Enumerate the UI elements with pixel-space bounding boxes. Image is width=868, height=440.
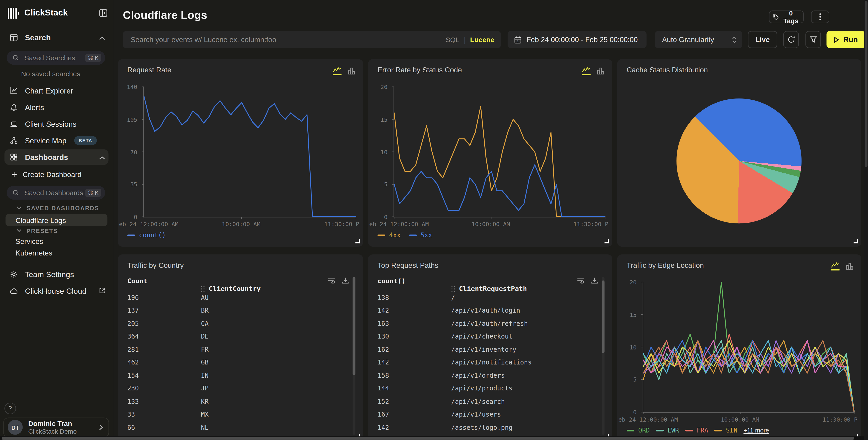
legend-item[interactable]: 5xx [409,231,432,239]
table-scrollbar[interactable] [353,277,355,435]
legend-item[interactable]: count() [127,231,166,239]
date-range-picker[interactable]: 1 Feb 24 00:00:00 - Feb 25 00:00:00 [507,31,646,48]
legend-more-link[interactable]: +11 more [743,427,769,434]
collapse-sidebar-button[interactable] [99,9,107,17]
cell-count: 154 [127,372,139,379]
table-scrollbar[interactable] [602,277,604,435]
saved-dashboards-input[interactable] [23,189,85,197]
bar-chart-toggle[interactable] [597,67,604,77]
scrollbar-thumb[interactable] [2,437,854,440]
cell-value: GB [201,359,209,366]
help-button[interactable]: ? [4,402,16,414]
chart-legend: 4xx5xx [377,231,432,239]
live-button[interactable]: Live [748,31,777,48]
table-row: 230JP [127,382,334,395]
sql-toggle[interactable]: SQL [445,36,460,43]
sidebar-item-dashboards[interactable]: Dashboards [4,149,108,165]
table-row: 196AU [127,291,334,304]
y-tick-label: 10 [380,148,388,155]
table-header: count() ClientRequestPath [377,277,583,287]
x-axis-labels: eb 24 12:00:00 AM 10:00:00 AM 11:30:00 P [643,416,854,423]
column-header[interactable]: Count [127,277,147,285]
create-dashboard-button[interactable]: Create Dashboard [4,168,108,181]
y-tick-label: 20 [380,83,388,90]
search-icon [13,188,19,198]
line-chart-toggle[interactable] [582,67,591,75]
saved-dashboards-section[interactable]: SAVED DASHBOARDS [17,205,99,211]
tags-button[interactable]: 0 Tags [769,10,804,23]
download-icon[interactable] [342,277,349,284]
sidebar-item-label: Alerts [25,103,44,111]
sidebar-item-cloudflare-logs[interactable]: Cloudflare Logs [5,214,107,226]
granularity-select[interactable]: Auto Granularity [655,31,742,48]
cell-count: 281 [127,346,139,353]
bar-chart-toggle[interactable] [846,262,854,272]
sidebar-item-label: Dashboards [25,153,68,161]
sidebar-item-services[interactable]: Services [16,237,43,245]
y-tick-label: 15 [380,116,388,123]
sidebar-item-service-map[interactable]: Service Map BETA [4,133,108,148]
vertical-scrollbar[interactable] [864,0,868,440]
sidebar: ClickStack Search ⌘ K No saved searches … [0,0,114,440]
legend-label: ORD [638,426,650,434]
pie-chart[interactable] [677,99,802,224]
cell-value: /api/v1/notifications [451,359,532,366]
legend-item[interactable]: EWR [656,426,679,434]
sidebar-item-team-settings[interactable]: Team Settings [4,267,108,282]
cell-count: 462 [127,359,139,366]
line-chart-toggle[interactable] [831,262,840,270]
y-tick-label: 15 [629,311,637,318]
legend-item[interactable]: 4xx [377,231,401,239]
sidebar-item-client-sessions[interactable]: Client Sessions [4,116,108,132]
filter-button[interactable] [805,31,821,48]
y-tick-label: 140 [127,83,137,90]
saved-searches-search[interactable]: ⌘ K [7,51,105,65]
panel-error-rate: Error Rate by Status Code 05101520 eb 24… [368,59,612,247]
cell-count: 167 [377,410,389,418]
presets-section[interactable]: PRESETS [17,227,58,234]
wrap-text-icon[interactable] [577,277,585,284]
panel-resize-handle[interactable] [604,239,609,243]
panel-top-request-paths: Top Request Paths count() ClientRequestP… [368,255,612,440]
table-row: 163/api/v1/auth/refresh [377,317,583,330]
saved-dashboards-search[interactable]: ⌘ K [7,186,105,200]
line-chart-plot [643,282,854,413]
chevron-up-icon [99,33,105,42]
panel-resize-handle[interactable] [355,239,360,243]
panel-resize-handle[interactable] [854,239,858,243]
scrollbar-thumb[interactable] [865,1,867,167]
refresh-button[interactable] [783,31,799,48]
download-icon[interactable] [591,277,598,284]
line-chart-toggle[interactable] [333,67,342,75]
y-axis-labels: 03570105140 [118,87,141,217]
run-button[interactable]: Run [827,31,865,48]
dashboard-menu-button[interactable] [811,10,829,23]
lucene-toggle[interactable]: Lucene [470,36,494,43]
sidebar-item-label: Chart Explorer [25,87,73,95]
sidebar-item-clickhouse-cloud[interactable]: ClickHouse Cloud [4,283,108,299]
legend-swatch [714,430,722,431]
saved-searches-input[interactable] [23,54,85,62]
table-row: 137BR [127,304,334,317]
legend-item[interactable]: SIN [714,426,738,434]
x-axis-labels: eb 24 12:00:00 AM 10:00:00 AM 11:30:00 P [394,221,605,228]
bell-icon [8,103,19,111]
legend-item[interactable]: FRA [685,426,708,434]
cell-count: 33 [127,410,135,418]
cell-value: JP [201,384,209,392]
column-header[interactable]: count() [377,277,406,285]
select-chevrons-icon [732,36,737,43]
cell-value: FR [201,346,209,353]
user-menu[interactable]: DT Dominic Tran ClickStack Demo [3,417,109,437]
horizontal-scrollbar[interactable] [0,436,864,440]
event-search-box[interactable]: SQL | Lucene [123,31,501,48]
sidebar-item-chart-explorer[interactable]: Chart Explorer [4,83,108,99]
bar-chart-toggle[interactable] [348,67,355,77]
wrap-text-icon[interactable] [328,277,335,284]
sidebar-item-search[interactable]: Search [4,30,108,45]
table-row: 281FR [127,343,334,356]
event-search-input[interactable] [130,35,445,44]
sidebar-item-kubernetes[interactable]: Kubernetes [16,249,52,257]
sidebar-item-alerts[interactable]: Alerts [4,100,108,115]
legend-item[interactable]: ORD [627,426,650,434]
